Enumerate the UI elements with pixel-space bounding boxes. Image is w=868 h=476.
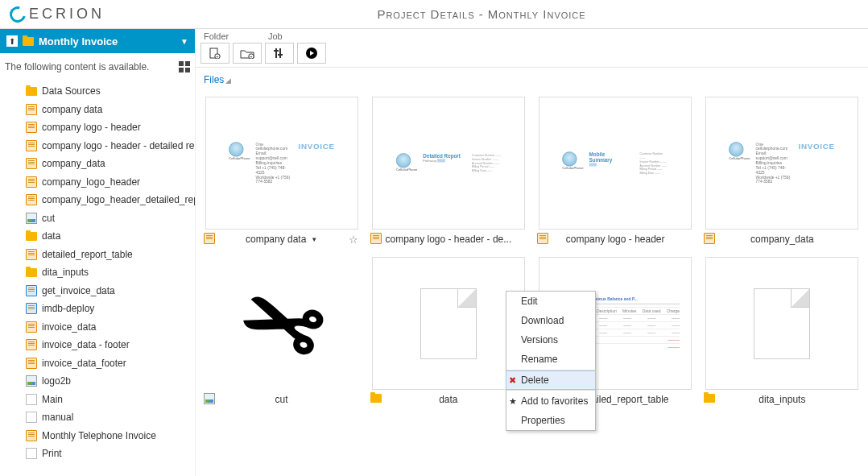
doc-orange-icon xyxy=(26,176,37,188)
sidebar-item[interactable]: cut xyxy=(26,209,195,228)
ctx-item-label: Delete xyxy=(521,375,549,386)
sidebar-item[interactable]: Data Sources xyxy=(26,82,195,101)
sidebar-item[interactable]: invoice_data - footer xyxy=(26,336,195,354)
svg-rect-7 xyxy=(274,50,279,52)
file-label[interactable]: data xyxy=(439,394,457,405)
sidebar-item-label: detailed_report_table xyxy=(42,249,133,260)
ctx-item-label: Versions xyxy=(521,334,558,346)
sidebar: ⬆ Monthly Invoice ▼ The following conten… xyxy=(0,29,196,476)
sidebar-item-label: company logo - header - detailed rep... xyxy=(42,140,195,151)
file-label[interactable]: company data xyxy=(246,234,306,245)
run-job-button[interactable] xyxy=(297,43,326,64)
file-label[interactable]: dita_inputs xyxy=(758,394,805,405)
svg-rect-5 xyxy=(275,48,277,58)
sidebar-item[interactable]: data xyxy=(26,227,195,246)
file-label[interactable]: company logo - header xyxy=(566,234,665,245)
doc-orange-icon xyxy=(370,233,382,244)
sidebar-item-label: invoice_data - footer xyxy=(42,339,130,350)
svg-text:+: + xyxy=(250,54,253,59)
sidebar-item[interactable]: company_data xyxy=(26,155,195,173)
doc-orange-icon xyxy=(537,233,548,244)
page-icon xyxy=(26,412,37,423)
sidebar-item-label: data xyxy=(42,230,60,242)
svg-rect-8 xyxy=(278,54,283,56)
sidebar-item-label: Data Sources xyxy=(42,85,101,97)
sidebar-breadcrumb[interactable]: ⬆ Monthly Invoice ▼ xyxy=(0,29,195,53)
file-thumbnail[interactable]: CellularPhoneDetailed ReportFebruary Cus… xyxy=(372,97,525,230)
brand-logo: ECRION xyxy=(10,6,105,23)
svg-text:+: + xyxy=(217,54,219,59)
chevron-down-icon[interactable]: ▼ xyxy=(180,37,188,46)
sidebar-item[interactable]: imdb-deploy xyxy=(26,300,195,318)
file-thumbnail[interactable]: CellularPhoneOne cellularphone.comEmail:… xyxy=(205,97,358,230)
ctx-versions[interactable]: Versions xyxy=(506,330,595,350)
folder-icon xyxy=(26,268,37,277)
doc-blue-icon xyxy=(26,303,37,314)
ctx-separator xyxy=(506,390,595,391)
file-thumbnail[interactable]: CellularPhoneMobile Summary Customer Num… xyxy=(539,97,692,230)
folder-icon xyxy=(26,87,37,96)
file-thumbnail[interactable]: ✂ xyxy=(205,257,358,390)
file-cell: CellularPhoneDetailed ReportFebruary Cus… xyxy=(369,97,527,249)
file-thumbnail[interactable] xyxy=(705,257,858,390)
job-settings-button[interactable] xyxy=(265,43,294,64)
sidebar-item[interactable]: company logo - header xyxy=(26,118,195,137)
ctx-add-to-favorites[interactable]: ★Add to favorites xyxy=(506,391,595,411)
breadcrumb-root[interactable]: Files xyxy=(204,74,224,85)
favorite-star-icon[interactable]: ☆ xyxy=(349,234,358,246)
sidebar-item[interactable]: Main xyxy=(26,391,195,409)
file-thumbnail[interactable]: CellularPhoneOne cellularphone.comEmail:… xyxy=(705,97,858,230)
sidebar-item[interactable]: company_logo_header xyxy=(26,173,195,192)
file-caption-row: data xyxy=(372,390,525,409)
sidebar-item[interactable]: get_invoice_data xyxy=(26,282,195,300)
ctx-rename[interactable]: Rename xyxy=(506,350,595,369)
sidebar-item[interactable]: Monthly Telephone Invoice xyxy=(26,427,195,445)
doc-blue-icon xyxy=(26,285,37,296)
sidebar-item[interactable]: company data xyxy=(26,101,195,119)
nav-up-icon[interactable]: ⬆ xyxy=(6,35,18,47)
img-icon xyxy=(26,375,37,387)
grid-view-icon[interactable] xyxy=(179,61,190,72)
file-label[interactable]: cut xyxy=(275,394,288,405)
sidebar-item[interactable]: manual xyxy=(26,408,195,427)
file-caption-row: company logo - header - de... xyxy=(372,230,525,249)
sidebar-item-label: Monthly Telephone Invoice xyxy=(42,430,156,441)
sidebar-item[interactable]: company_logo_header_detailed_report xyxy=(26,191,195,209)
file-thumbnail[interactable] xyxy=(372,257,525,390)
sidebar-item-label: company_data xyxy=(42,158,105,169)
file-caption-row: dita_inputs xyxy=(705,390,858,409)
available-caption: The following content is available. xyxy=(0,53,195,81)
sidebar-item-label: Print xyxy=(42,448,62,459)
file-label[interactable]: company logo - header - de... xyxy=(385,234,511,245)
sidebar-item[interactable]: logo2b xyxy=(26,372,195,391)
sidebar-item[interactable]: 🔒detailed_report_table xyxy=(26,246,195,264)
page-icon xyxy=(26,448,37,459)
sidebar-item[interactable]: Print xyxy=(26,445,195,463)
ctx-edit[interactable]: Edit xyxy=(506,292,595,311)
new-folder-button[interactable]: + xyxy=(233,43,262,64)
brand-text: ECRION xyxy=(29,6,105,23)
ctx-properties[interactable]: Properties xyxy=(506,411,595,430)
sidebar-item-label: imdb-deploy xyxy=(42,303,94,314)
svg-rect-6 xyxy=(279,48,281,58)
ctx-download[interactable]: Download xyxy=(506,311,595,330)
sidebar-item[interactable]: invoice_data_footer xyxy=(26,354,195,373)
sidebar-item-label: logo2b xyxy=(42,375,71,387)
chevron-down-icon[interactable]: ▼ xyxy=(311,236,317,243)
ctx-item-label: Add to favorites xyxy=(521,395,588,407)
files-breadcrumb[interactable]: Files◢ xyxy=(196,68,868,92)
sidebar-item[interactable]: company logo - header - detailed rep... xyxy=(26,137,195,155)
sidebar-item[interactable]: dita_inputs xyxy=(26,263,195,282)
sidebar-item-label: invoice_data_footer xyxy=(42,358,126,369)
file-caption-row: cut xyxy=(205,390,358,409)
sidebar-item[interactable]: invoice_data xyxy=(26,318,195,337)
context-menu: EditDownloadVersionsRename✖Delete★Add to… xyxy=(506,291,596,431)
new-file-button[interactable]: + xyxy=(200,43,229,64)
doc-orange-icon xyxy=(26,249,37,260)
page-icon xyxy=(26,394,37,405)
sidebar-item-label: get_invoice_data xyxy=(42,285,115,296)
ctx-delete[interactable]: ✖Delete xyxy=(506,370,596,390)
file-cell: dita_inputs xyxy=(703,257,862,409)
sidebar-item-label: company_logo_header_detailed_report xyxy=(42,194,195,205)
file-label[interactable]: company_data xyxy=(750,234,814,245)
